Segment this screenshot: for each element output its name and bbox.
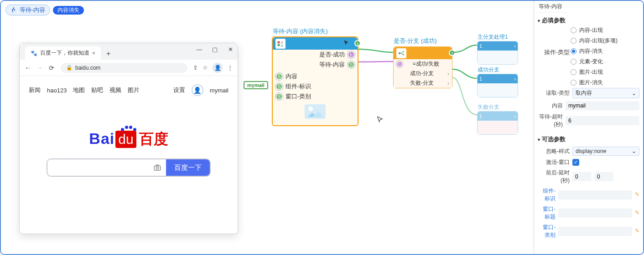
avatar-icon[interactable]: 👤 bbox=[192, 84, 203, 96]
in-window-row: S 窗口-类别 bbox=[275, 92, 355, 102]
chevron-right-icon[interactable]: › bbox=[514, 113, 516, 119]
branch-icon bbox=[396, 48, 406, 58]
nav-video[interactable]: 视频 bbox=[109, 86, 121, 94]
component-id-input[interactable] bbox=[558, 190, 632, 199]
window-title-label[interactable]: 窗口-标题 bbox=[538, 205, 556, 221]
nav-settings[interactable]: 设置 bbox=[173, 86, 185, 94]
exec-out-port[interactable] bbox=[354, 40, 361, 46]
node-branch[interactable]: 是否-分支 (成功) b =成功/失败 成功-分支 › 失败-分支 › bbox=[393, 46, 452, 88]
port-string[interactable]: S bbox=[348, 61, 355, 68]
action-type-radios: 内容-出现 内容-出现(多项) 内容-消失 元素-变化 图片-出现 图片-消失 bbox=[570, 26, 618, 87]
activate-row: 激活-窗口 ✓ bbox=[538, 157, 639, 168]
window-class-label[interactable]: 窗口-类别 bbox=[538, 224, 556, 239]
nav-map[interactable]: 地图 bbox=[73, 86, 85, 94]
timeout-label: 等待-超时(秒) bbox=[538, 113, 563, 128]
branch-title: 是否-分支 (成功) bbox=[394, 37, 437, 45]
delay-label: 前后-延时(秒) bbox=[538, 169, 570, 184]
timeout-input[interactable] bbox=[566, 116, 639, 125]
back-icon[interactable]: ← bbox=[24, 64, 31, 71]
port-in-content[interactable]: S bbox=[275, 73, 283, 80]
nav-user[interactable]: mymail bbox=[210, 87, 229, 94]
input-tag-mymail[interactable]: mymail bbox=[244, 81, 268, 89]
mini-title: 失败分支 bbox=[478, 103, 499, 111]
canvas[interactable]: 🐾 百度一下，你就知道 × + — ▢ ✕ ← → ⟳ 🔒 bbox=[1, 1, 534, 254]
nav-tieba[interactable]: 贴吧 bbox=[91, 86, 103, 94]
url-field[interactable]: 🔒 baidu.com bbox=[61, 63, 187, 73]
cursor-icon bbox=[343, 40, 349, 47]
in-component-label: 组件-标识 bbox=[286, 82, 311, 91]
svg-point-9 bbox=[403, 54, 404, 56]
edit-icon[interactable]: ✎ bbox=[635, 191, 639, 199]
forward-icon[interactable]: → bbox=[36, 64, 43, 71]
node-main-handler[interactable]: 主分支处理1 1› bbox=[477, 41, 518, 65]
window-class-input[interactable] bbox=[558, 227, 632, 236]
chevron-right-icon[interactable]: › bbox=[514, 76, 516, 82]
browser-tab[interactable]: 🐾 百度一下，你就知道 × bbox=[25, 46, 101, 60]
branch-header[interactable] bbox=[394, 47, 452, 59]
nav-image[interactable]: 图片 bbox=[128, 86, 140, 94]
edit-icon[interactable]: ✎ bbox=[635, 209, 639, 217]
component-id-label[interactable]: 组件-标识 bbox=[538, 187, 556, 203]
context-main-pill[interactable]: 等待-内容 bbox=[5, 5, 50, 15]
profile-icon[interactable]: 👤 bbox=[213, 63, 223, 73]
nav-hao[interactable]: hao123 bbox=[47, 87, 67, 94]
radio-element-change[interactable]: 元素-变化 bbox=[571, 58, 618, 66]
search-button[interactable]: 百度一下 bbox=[166, 159, 210, 176]
port-in-component[interactable]: S bbox=[275, 83, 283, 90]
context-sub-pill[interactable]: 内容消失 bbox=[53, 6, 84, 15]
chevron-right-icon[interactable]: › bbox=[447, 71, 449, 77]
node-wait-content[interactable]: 等待-内容 (内容消失) T▤ 是否-成功 b 等待-内容 S S bbox=[272, 36, 358, 126]
node-inputs: S 内容 S 组件-标识 S 窗口-类别 bbox=[273, 70, 358, 125]
radio-appear[interactable]: 内容-出现 bbox=[571, 26, 618, 34]
component-id-row: 组件-标识 ✎ bbox=[538, 186, 639, 204]
walk-icon bbox=[10, 7, 17, 13]
node-fail-handler[interactable]: 失败分支 1› bbox=[477, 111, 518, 135]
radio-appear-multi[interactable]: 内容-出现(多项) bbox=[571, 37, 618, 45]
radio-image-disappear[interactable]: 图片-消失 bbox=[571, 79, 618, 87]
branch-in-port[interactable]: b bbox=[396, 61, 403, 67]
camera-icon[interactable] bbox=[149, 159, 166, 176]
port-bool[interactable]: b bbox=[348, 51, 355, 58]
delay-after-input[interactable] bbox=[594, 172, 613, 181]
maximize-icon[interactable]: ▢ bbox=[211, 46, 218, 53]
delay-before-input[interactable] bbox=[572, 172, 592, 181]
window-title-input[interactable] bbox=[558, 209, 632, 218]
lock-icon: 🔒 bbox=[66, 65, 73, 71]
out-success-label: 是否-成功 bbox=[319, 51, 345, 59]
activate-checkbox[interactable]: ✓ bbox=[572, 159, 579, 166]
node-header[interactable]: T▤ bbox=[273, 37, 358, 50]
svg-point-7 bbox=[399, 52, 400, 54]
in-component-row: S 组件-标识 bbox=[275, 82, 355, 92]
out-content-label: 等待-内容 bbox=[319, 61, 345, 69]
minimize-icon[interactable]: — bbox=[196, 46, 203, 53]
nav-news[interactable]: 新闻 bbox=[29, 86, 41, 94]
search-input[interactable] bbox=[47, 159, 149, 176]
close-icon[interactable]: × bbox=[92, 50, 95, 56]
panel-tab[interactable]: 等待-内容 bbox=[534, 1, 567, 13]
section-title-optional[interactable]: 可选参数 bbox=[538, 133, 639, 145]
new-tab-button[interactable]: + bbox=[103, 48, 114, 60]
share-icon[interactable]: ⇪ bbox=[193, 64, 198, 71]
close-window-icon[interactable]: ✕ bbox=[227, 46, 234, 53]
node-success-handler[interactable]: 成功分支 1› bbox=[477, 74, 518, 97]
section-title-required[interactable]: 必填参数 bbox=[538, 15, 639, 26]
content-input[interactable] bbox=[566, 101, 639, 110]
radio-disappear[interactable]: 内容-消失 bbox=[571, 47, 618, 55]
action-type-label: 操作-类型 bbox=[538, 26, 570, 56]
svg-rect-3 bbox=[277, 41, 280, 43]
activate-label: 激活-窗口 bbox=[538, 158, 570, 166]
edit-icon[interactable]: ✎ bbox=[635, 228, 639, 235]
mini-title: 主分支处理1 bbox=[478, 33, 508, 41]
menu-icon[interactable]: ⋮ bbox=[227, 64, 233, 71]
read-type-select[interactable]: 取内容⌄ bbox=[572, 88, 639, 98]
chevron-right-icon[interactable]: › bbox=[447, 80, 449, 87]
mini-title: 成功分支 bbox=[478, 66, 499, 74]
radio-image-appear[interactable]: 图片-出现 bbox=[571, 68, 618, 76]
context-bar: 等待-内容 内容消失 bbox=[5, 5, 84, 15]
chevron-right-icon[interactable]: › bbox=[514, 43, 516, 49]
port-in-window[interactable]: S bbox=[275, 93, 283, 100]
ignore-style-select[interactable]: display:none⌄ bbox=[572, 147, 639, 156]
branch-exec-out[interactable] bbox=[449, 50, 455, 56]
reload-icon[interactable]: ⟳ bbox=[48, 64, 55, 71]
star-icon[interactable]: ☆ bbox=[203, 64, 208, 71]
